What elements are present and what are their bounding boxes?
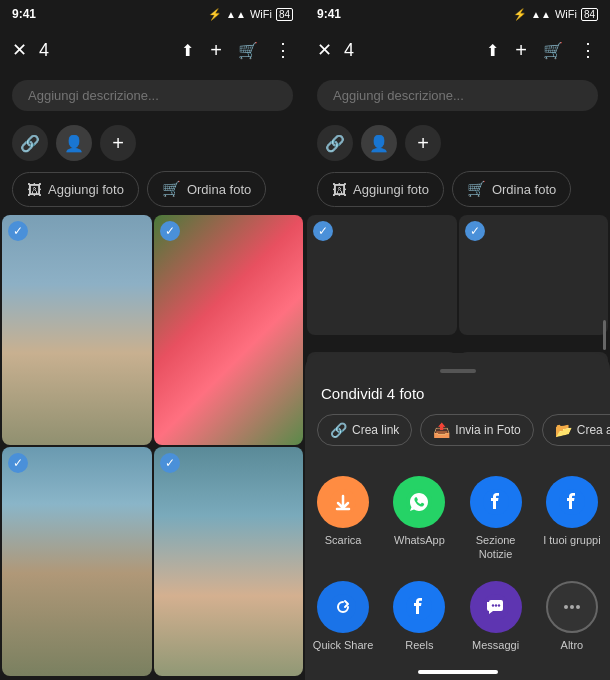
- messages-app-icon: [470, 581, 522, 633]
- signal-icon: ▲▲: [226, 9, 246, 20]
- app-grid: Scarica WhatsApp: [305, 462, 610, 662]
- signal-icon-right: ▲▲: [531, 9, 551, 20]
- add-photos-btn-left[interactable]: 🖼 Aggiungi foto: [12, 172, 139, 207]
- add-photos-label-right: Aggiungi foto: [353, 182, 429, 197]
- share-title: Condividi 4 foto: [305, 385, 610, 414]
- photo-cell-2-right[interactable]: [459, 215, 609, 335]
- order-photos-label-left: Ordina foto: [187, 182, 251, 197]
- toolbar-actions-right: ⬆ + 🛒 ⋮: [486, 39, 598, 62]
- bluetooth-icon-right: ⚡: [513, 8, 527, 21]
- more-app-label: Altro: [561, 639, 584, 652]
- contact-avatar-right: 👤: [361, 125, 397, 161]
- share-sheet: Condividi 4 foto 🔗 Crea link 📤 Invia in …: [305, 353, 610, 680]
- download-app-label: Scarica: [325, 534, 362, 547]
- order-photos-label-right: Ordina foto: [492, 182, 556, 197]
- more-icon-left[interactable]: ⋮: [274, 39, 293, 61]
- order-photos-btn-right[interactable]: 🛒 Ordina foto: [452, 171, 571, 207]
- photo-check-2-left: [160, 221, 180, 241]
- count-left: 4: [39, 40, 181, 61]
- send-icon: 📤: [433, 422, 450, 438]
- reels-app-icon: [393, 581, 445, 633]
- scroll-indicator: [603, 320, 606, 350]
- bluetooth-icon: ⚡: [208, 8, 222, 21]
- link-avatar-left: 🔗: [12, 125, 48, 161]
- photo-cell-1-left[interactable]: [2, 215, 152, 445]
- add-photos-icon-left: 🖼: [27, 181, 42, 198]
- add-photos-label-left: Aggiungi foto: [48, 182, 124, 197]
- share-icon-left[interactable]: ⬆: [181, 41, 194, 60]
- add-photos-btn-right[interactable]: 🖼 Aggiungi foto: [317, 172, 444, 207]
- app-item-reels[interactable]: Reels: [381, 571, 457, 662]
- cart-icon-left[interactable]: 🛒: [238, 41, 258, 60]
- close-button-right[interactable]: ✕: [317, 39, 332, 61]
- share-action-buttons: 🔗 Crea link 📤 Invia in Foto 📂 Crea album: [305, 414, 610, 462]
- create-album-btn[interactable]: 📂 Crea album: [542, 414, 610, 446]
- close-button-left[interactable]: ✕: [12, 39, 27, 61]
- send-photo-label: Invia in Foto: [455, 423, 520, 437]
- status-bar-left: 9:41 ⚡ ▲▲ WiFi 84: [0, 0, 305, 28]
- photo-check-2-right: [465, 221, 485, 241]
- add-photos-icon-right: 🖼: [332, 181, 347, 198]
- photo-check-3-left: [8, 453, 28, 473]
- wifi-icon-right: WiFi: [555, 8, 577, 20]
- add-icon-right[interactable]: +: [515, 39, 527, 62]
- whatsapp-app-label: WhatsApp: [394, 534, 445, 547]
- app-item-download[interactable]: Scarica: [305, 466, 381, 570]
- app-item-messages[interactable]: Messaggi: [458, 571, 534, 662]
- add-contact-btn-right[interactable]: +: [405, 125, 441, 161]
- app-item-fb-news[interactable]: Sezione Notizie: [458, 466, 534, 570]
- fb-groups-app-label: I tuoi gruppi: [543, 534, 600, 547]
- photo-cell-3-left[interactable]: [2, 447, 152, 677]
- action-row-left: 🖼 Aggiungi foto 🛒 Ordina foto: [0, 167, 305, 211]
- messages-app-label: Messaggi: [472, 639, 519, 652]
- add-contact-btn-left[interactable]: +: [100, 125, 136, 161]
- link-icon: 🔗: [330, 422, 347, 438]
- contact-avatar-left: 👤: [56, 125, 92, 161]
- battery-icon-right: 84: [581, 8, 598, 21]
- cart-icon-right[interactable]: 🛒: [543, 41, 563, 60]
- create-link-btn[interactable]: 🔗 Crea link: [317, 414, 412, 446]
- fb-news-app-icon: [470, 476, 522, 528]
- photo-cell-4-left[interactable]: [154, 447, 304, 677]
- sheet-handle: [440, 369, 476, 373]
- svg-point-8: [494, 604, 496, 606]
- quick-share-app-label: Quick Share: [313, 639, 374, 652]
- order-photos-icon-left: 🛒: [162, 180, 181, 198]
- more-icon-right[interactable]: ⋮: [579, 39, 598, 61]
- status-icons-right: ⚡ ▲▲ WiFi 84: [513, 8, 598, 21]
- svg-point-11: [570, 605, 574, 609]
- share-icon-right[interactable]: ⬆: [486, 41, 499, 60]
- download-app-icon: [317, 476, 369, 528]
- create-album-label: Crea album: [577, 423, 610, 437]
- bottom-bar-indicator: [418, 670, 498, 674]
- time-left: 9:41: [12, 7, 36, 21]
- quick-share-app-icon: [317, 581, 369, 633]
- create-link-label: Crea link: [352, 423, 399, 437]
- photo-check-1-right: [313, 221, 333, 241]
- photo-cell-1-right[interactable]: [307, 215, 457, 335]
- more-app-icon: [546, 581, 598, 633]
- photo-check-1-left: [8, 221, 28, 241]
- svg-point-12: [576, 605, 580, 609]
- order-photos-btn-left[interactable]: 🛒 Ordina foto: [147, 171, 266, 207]
- app-item-quick-share[interactable]: Quick Share: [305, 571, 381, 662]
- svg-point-4: [330, 594, 356, 620]
- toolbar-actions-left: ⬆ + 🛒 ⋮: [181, 39, 293, 62]
- wifi-icon: WiFi: [250, 8, 272, 20]
- app-item-whatsapp[interactable]: WhatsApp: [381, 466, 457, 570]
- send-photo-btn[interactable]: 📤 Invia in Foto: [420, 414, 533, 446]
- fb-groups-app-icon: [546, 476, 598, 528]
- app-item-more[interactable]: Altro: [534, 571, 610, 662]
- description-input-right[interactable]: [317, 80, 598, 111]
- link-avatar-right: 🔗: [317, 125, 353, 161]
- photo-cell-2-left[interactable]: [154, 215, 304, 445]
- svg-point-7: [491, 604, 493, 606]
- right-panel: 9:41 ⚡ ▲▲ WiFi 84 ✕ 4 ⬆ + 🛒 ⋮ 🔗 👤 + 🖼 Ag…: [305, 0, 610, 680]
- fb-news-app-label: Sezione Notizie: [462, 534, 530, 560]
- app-item-fb-groups[interactable]: I tuoi gruppi: [534, 466, 610, 570]
- description-input-left[interactable]: [12, 80, 293, 111]
- status-bar-right: 9:41 ⚡ ▲▲ WiFi 84: [305, 0, 610, 28]
- contact-row-right: 🔗 👤 +: [305, 119, 610, 167]
- add-icon-left[interactable]: +: [210, 39, 222, 62]
- svg-point-10: [564, 605, 568, 609]
